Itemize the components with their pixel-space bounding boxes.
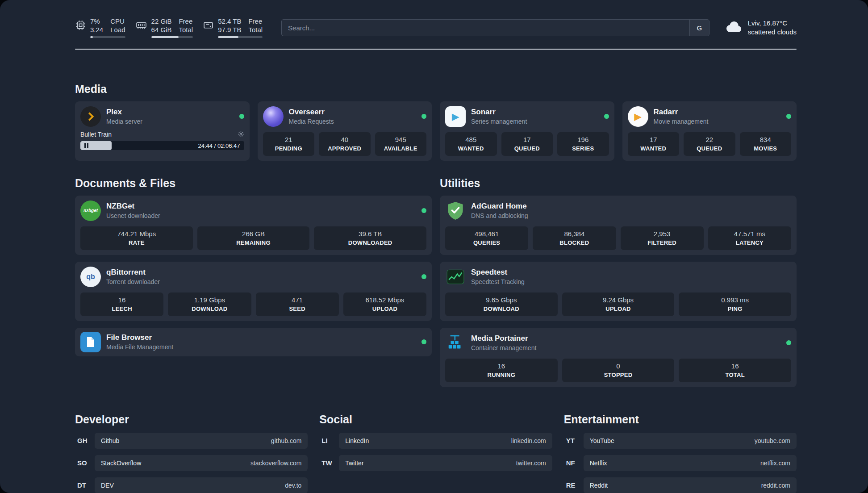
entertainment-section-title: Entertainment [564,413,797,426]
search-input[interactable] [282,20,689,36]
service-card-speedtest[interactable]: Speedtest Speedtest Tracking 9.65 GbpsDO… [440,262,797,321]
github-icon: GH [75,437,95,444]
developer-section-title: Developer [75,413,308,426]
link-row-twitter: TW Twitter twitter.com [319,455,552,471]
disk-usage-bar [218,36,263,38]
cpu-usage-bar [90,36,125,38]
youtube-link[interactable]: YouTube youtube.com [584,433,797,449]
cpu-load-value: 3.24 [90,26,103,33]
link-row-reddit: RE Reddit reddit.com [564,477,797,493]
status-dot [421,208,426,213]
stat-queries: 498,461QUERIES [445,226,528,250]
cpu-widget: 7% CPU 3.24 Load [75,18,125,38]
stat-series: 196SERIES [557,132,609,156]
stat-download: 9.65 GbpsDOWNLOAD [445,292,558,316]
weather-cloud-icon [724,20,743,35]
status-dot [239,114,244,119]
weather-condition: scattered clouds [748,28,797,37]
linkedin-link[interactable]: LinkedIn linkedin.com [339,433,552,449]
utilities-section: Utilities AdGuard Home DNS and a [440,177,797,387]
link-row-netflix: NF Netflix netflix.com [564,455,797,471]
service-name: Media Portainer [471,334,536,343]
pause-icon[interactable] [84,143,88,148]
stackoverflow-link[interactable]: StackOverflow stackoverflow.com [95,455,308,471]
service-card-adguard[interactable]: AdGuard Home DNS and adblocking 498,461Q… [440,196,797,255]
service-name: Overseerr [289,108,334,117]
memory-total-value: 64 GiB [151,26,172,33]
link-row-youtube: YT YouTube youtube.com [564,433,797,449]
link-row-linkedin: LI LinkedIn linkedin.com [319,433,552,449]
service-desc: Media server [106,118,142,125]
disk-free-value: 52.4 TB [218,18,241,25]
service-name: Sonarr [471,108,527,117]
plex-icon [80,106,101,127]
media-section-title: Media [75,83,797,96]
linkedin-icon: LI [319,437,339,444]
memory-free-value: 22 GiB [151,18,172,25]
stat-queued: 22QUEUED [684,132,735,156]
reddit-link[interactable]: Reddit reddit.com [584,477,797,493]
cpu-unit-label: CPU [110,18,125,25]
stat-remaining: 266 GBREMAINING [197,226,310,250]
stat-pending: 21PENDING [263,132,315,156]
gear-icon[interactable] [238,131,244,138]
link-row-dev: DT DEV dev.to [75,477,308,493]
stat-wanted: 485WANTED [445,132,497,156]
social-links-section: Social LI LinkedIn linkedin.com TW Twitt… [319,413,552,493]
stat-leech: 16LEECH [80,292,163,316]
youtube-icon: YT [564,437,584,444]
service-desc: Movie management [654,118,709,125]
service-card-filebrowser[interactable]: File Browser Media File Management [75,328,432,356]
stat-upload: 618.52 MbpsUPLOAD [343,292,426,316]
dev-icon: DT [75,481,95,489]
stat-download: 1.19 GbpsDOWNLOAD [168,292,251,316]
service-name: Radarr [654,108,709,117]
service-card-qbittorrent[interactable]: qb qBittorrent Torrent downloader 16LEEC… [75,262,432,321]
status-dot [786,114,791,119]
media-section: Media Plex Media server Bullet Train [75,83,797,161]
disk-icon [203,20,214,31]
netflix-link[interactable]: Netflix netflix.com [584,455,797,471]
stat-available: 945AVAILABLE [375,132,427,156]
stat-seed: 471SEED [256,292,339,316]
service-card-nzbget[interactable]: nzbget NZBGet Usenet downloader 744.21 M… [75,196,432,255]
link-row-stackoverflow: SO StackOverflow stackoverflow.com [75,455,308,471]
cpu-percent: 7% [90,18,103,25]
media-progress-bar[interactable]: 24:44 / 02:06:47 [80,141,244,150]
service-desc: Media File Management [106,343,173,351]
service-name: File Browser [106,333,173,342]
search-provider-button[interactable]: G [689,20,709,36]
entertainment-links-section: Entertainment YT YouTube youtube.com NF … [564,413,797,493]
memory-icon [135,20,147,31]
status-dot [421,339,426,344]
service-card-plex[interactable]: Plex Media server Bullet Train [75,101,250,161]
overseerr-icon [263,106,284,127]
qbittorrent-icon: qb [80,267,101,287]
service-name: Speedtest [471,268,525,277]
topbar: 7% CPU 3.24 Load 22 GiB Free 64 Gi [75,18,797,38]
service-card-radarr[interactable]: ▶ Radarr Movie management 17WANTED 22QUE… [622,101,797,161]
weather-location: Lviv, 16.87°C [748,19,797,28]
playback-time: 24:44 / 02:06:47 [198,142,240,149]
speedtest-icon [445,267,466,287]
dashboard: 7% CPU 3.24 Load 22 GiB Free 64 Gi [0,0,868,493]
twitter-link[interactable]: Twitter twitter.com [339,455,552,471]
status-dot [421,114,426,119]
cpu-icon [75,20,86,31]
github-link[interactable]: Github github.com [95,433,308,449]
service-desc: Speedtest Tracking [471,278,525,285]
disk-widget: 52.4 TB Free 97.9 TB Total [203,18,263,38]
dev-link[interactable]: DEV dev.to [95,477,308,493]
service-desc: Series management [471,118,527,125]
service-card-sonarr[interactable]: ▶ Sonarr Series management 485WANTED 17Q… [440,101,614,161]
stat-running: 16RUNNING [445,359,558,382]
status-dot [604,114,609,119]
documents-section-title: Documents & Files [75,177,432,190]
service-desc: Usenet downloader [106,212,160,219]
service-card-portainer[interactable]: Media Portainer Container management 16R… [440,328,797,387]
weather-widget[interactable]: Lviv, 16.87°C scattered clouds [724,19,797,37]
memory-widget: 22 GiB Free 64 GiB Total [135,18,193,38]
status-dot [421,274,426,279]
service-card-overseerr[interactable]: Overseerr Media Requests 21PENDING 40APP… [258,101,432,161]
stat-blocked: 86,384BLOCKED [533,226,616,250]
